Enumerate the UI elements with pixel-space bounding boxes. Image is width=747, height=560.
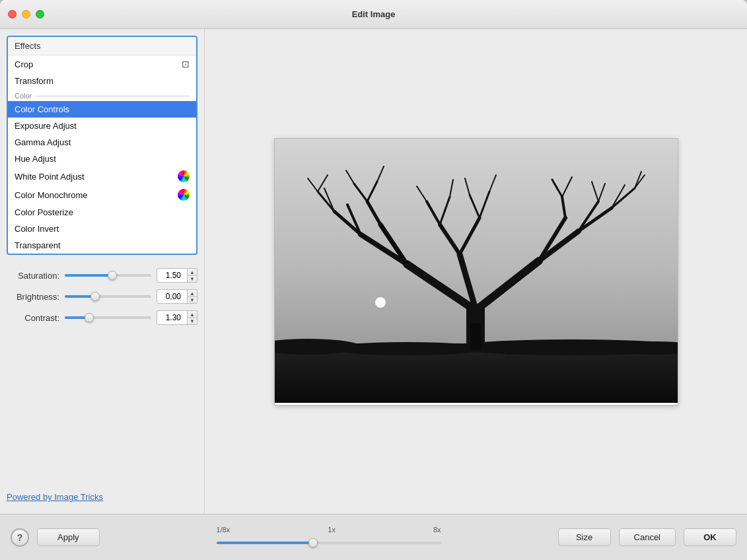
zoom-slider-container[interactable] <box>217 536 441 549</box>
brightness-stepper: ▲ ▼ <box>187 289 197 304</box>
cancel-button[interactable]: Cancel <box>619 528 676 546</box>
zoom-label-right: 8x <box>433 526 441 534</box>
brightness-slider-container[interactable] <box>65 291 151 302</box>
zoom-section: 1/8x 1x 8x <box>108 526 550 549</box>
saturation-input-wrapper: ▲ ▼ <box>157 268 197 283</box>
zoom-label-mid: 1x <box>328 526 336 534</box>
zoom-label-left: 1/8x <box>217 526 231 534</box>
zoom-labels: 1/8x 1x 8x <box>217 526 441 534</box>
image-svg <box>275 139 678 403</box>
maximize-button[interactable] <box>36 10 44 18</box>
svg-rect-8 <box>470 324 481 350</box>
effects-list-container: Effects Crop ⊡ Transform Color <box>7 36 197 255</box>
saturation-slider-track <box>65 274 151 277</box>
white-point-color-sphere-icon <box>178 170 190 182</box>
effects-header: Effects <box>8 37 196 55</box>
contrast-slider-container[interactable] <box>65 312 151 323</box>
effect-label-gamma-adjust: Gamma Adjust <box>15 137 71 147</box>
color-monochrome-sphere-icon <box>178 189 190 201</box>
saturation-stepper: ▲ ▼ <box>187 268 197 283</box>
brightness-row: Brightness: ▲ ▼ <box>7 289 197 304</box>
effect-item-transparent[interactable]: Transparent <box>8 237 196 254</box>
titlebar: Edit Image <box>0 0 747 29</box>
sidebar: Effects Crop ⊡ Transform Color <box>0 29 205 514</box>
apply-button[interactable]: Apply <box>37 528 100 546</box>
contrast-slider-track <box>65 316 151 319</box>
image-canvas <box>274 138 678 405</box>
effect-item-color-monochrome[interactable]: Color Monochrome <box>8 186 196 204</box>
brightness-input-wrapper: ▲ ▼ <box>157 289 197 304</box>
contrast-increment-button[interactable]: ▲ <box>187 310 197 318</box>
main-image-area <box>205 29 747 514</box>
effect-label-transform: Transform <box>15 76 53 86</box>
minimize-button[interactable] <box>22 10 30 18</box>
zoom-track <box>217 542 441 544</box>
effect-label-white-point-adjust: White Point Adjust <box>15 172 85 182</box>
contrast-row: Contrast: ▲ ▼ <box>7 310 197 325</box>
effect-label-color-posterize: Color Posterize <box>15 207 73 217</box>
effect-label-transparent: Transparent <box>15 240 61 250</box>
close-button[interactable] <box>8 10 17 18</box>
contrast-stepper: ▲ ▼ <box>187 310 197 325</box>
brightness-slider-thumb[interactable] <box>90 292 100 301</box>
effect-label-color-invert: Color Invert <box>15 224 59 234</box>
effect-item-color-invert[interactable]: Color Invert <box>8 221 196 237</box>
window-title: Edit Image <box>352 9 396 19</box>
saturation-slider-container[interactable] <box>65 270 151 281</box>
effect-item-gamma-adjust[interactable]: Gamma Adjust <box>8 134 196 151</box>
effect-group-color: Color <box>8 89 196 101</box>
effect-item-transform[interactable]: Transform <box>8 73 196 89</box>
effect-item-white-point-adjust[interactable]: White Point Adjust <box>8 167 196 186</box>
content-area: Effects Crop ⊡ Transform Color <box>0 29 747 514</box>
saturation-row: Saturation: ▲ ▼ <box>7 268 197 283</box>
saturation-slider-fill <box>65 274 112 277</box>
effect-label-color-controls: Color Controls <box>15 104 69 114</box>
powered-by-link[interactable]: Powered by Image Tricks <box>7 492 103 502</box>
contrast-slider-thumb[interactable] <box>85 313 94 322</box>
controls-section: Saturation: ▲ ▼ <box>7 263 197 337</box>
svg-point-6 <box>375 297 386 308</box>
main-window: Edit Image Effects Crop ⊡ Transform <box>0 0 747 560</box>
contrast-input-wrapper: ▲ ▼ <box>157 310 197 325</box>
zoom-fill <box>217 542 318 544</box>
effects-list[interactable]: Crop ⊡ Transform Color Color Controls <box>8 55 196 254</box>
powered-by-section: Powered by Image Tricks <box>7 487 197 507</box>
effect-item-crop[interactable]: Crop ⊡ <box>8 55 196 73</box>
effect-label-hue-adjust: Hue Adjust <box>15 154 56 164</box>
effect-label-exposure-adjust: Exposure Adjust <box>15 121 77 131</box>
contrast-label: Contrast: <box>7 313 59 323</box>
saturation-label: Saturation: <box>7 271 59 281</box>
zoom-thumb[interactable] <box>308 538 318 547</box>
help-button[interactable]: ? <box>11 528 29 547</box>
effect-label-color-monochrome: Color Monochrome <box>15 190 88 200</box>
brightness-label: Brightness: <box>7 292 59 302</box>
brightness-slider-track <box>65 295 151 298</box>
group-label-color: Color <box>15 92 32 100</box>
effect-item-hue-adjust[interactable]: Hue Adjust <box>8 151 196 167</box>
bottom-bar: ? Apply 1/8x 1x 8x Size Cancel OK <box>0 514 747 560</box>
size-button[interactable]: Size <box>558 528 611 546</box>
crop-icon: ⊡ <box>182 59 190 69</box>
effect-item-color-controls[interactable]: Color Controls <box>8 101 196 118</box>
saturation-increment-button[interactable]: ▲ <box>187 268 197 275</box>
ok-button[interactable]: OK <box>684 528 736 546</box>
effect-label-crop: Crop <box>15 59 33 69</box>
effect-item-exposure-adjust[interactable]: Exposure Adjust <box>8 118 196 134</box>
brightness-increment-button[interactable]: ▲ <box>187 289 197 297</box>
effect-item-color-posterize[interactable]: Color Posterize <box>8 204 196 221</box>
contrast-decrement-button[interactable]: ▼ <box>187 318 197 325</box>
traffic-lights <box>8 10 44 18</box>
saturation-decrement-button[interactable]: ▼ <box>187 275 197 283</box>
brightness-decrement-button[interactable]: ▼ <box>187 297 197 304</box>
saturation-slider-thumb[interactable] <box>108 271 117 280</box>
